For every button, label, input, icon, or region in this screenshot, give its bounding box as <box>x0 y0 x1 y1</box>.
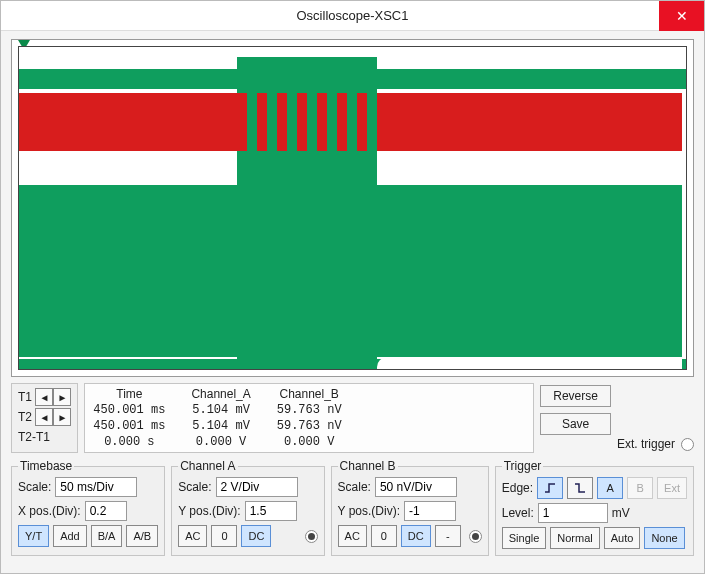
chA-legend: Channel A <box>178 459 237 473</box>
trig-src-ext[interactable]: Ext <box>657 477 687 499</box>
t2-left-button[interactable]: ◄ <box>35 408 53 426</box>
trig-none[interactable]: None <box>644 527 684 549</box>
trigger-legend: Trigger <box>502 459 544 473</box>
t2-label: T2 <box>18 410 32 424</box>
trigger-section: Trigger Edge: A B Ext Level: mV <box>495 459 694 556</box>
tdiff-time: 0.000 s <box>104 434 154 450</box>
side-buttons: Reverse Save <box>540 383 611 453</box>
tdiff-chA: 0.000 V <box>196 434 246 450</box>
waveform-gap <box>377 169 682 185</box>
waveform-gap <box>377 357 682 369</box>
t1-left-button[interactable]: ◄ <box>35 388 53 406</box>
channel-a-section: Channel A Scale: Y pos.(Div): AC 0 DC <box>171 459 324 556</box>
chA-scale-input[interactable] <box>216 477 298 497</box>
t1-label: T1 <box>18 390 32 404</box>
close-icon: ✕ <box>676 8 688 24</box>
chB-legend: Channel B <box>338 459 398 473</box>
waveform-chB <box>19 69 686 89</box>
titlebar: Oscilloscope-XSC1 ✕ <box>1 1 704 31</box>
channel-b-section: Channel B Scale: Y pos.(Div): AC 0 DC - <box>331 459 489 556</box>
scope-display[interactable] <box>11 39 694 377</box>
chA-probe-indicator[interactable] <box>305 530 318 543</box>
tb-mode-add[interactable]: Add <box>53 525 87 547</box>
chA-header: Channel_A <box>191 386 250 402</box>
tb-mode-ab[interactable]: A/B <box>126 525 158 547</box>
t-diff-label: T2-T1 <box>18 430 50 444</box>
oscilloscope-window: Oscilloscope-XSC1 ✕ T1 ◄ <box>0 0 705 574</box>
col-chB: Channel_B 59.763 nV 59.763 nV 0.000 V <box>277 386 342 450</box>
cursor-controls: T1 ◄ ► T2 ◄ ► T2-T1 <box>11 383 78 453</box>
scope-grid <box>18 46 687 370</box>
falling-edge-icon <box>574 482 586 494</box>
t1-chB: 59.763 nV <box>277 402 342 418</box>
chB-probe-indicator[interactable] <box>469 530 482 543</box>
edge-rising-button[interactable] <box>537 477 563 499</box>
level-input[interactable] <box>538 503 608 523</box>
waveform-overlap <box>237 93 377 151</box>
col-chA: Channel_A 5.104 mV 5.104 mV 0.000 V <box>191 386 250 450</box>
t2-chB: 59.763 nV <box>277 418 342 434</box>
cursor-panel-row: T1 ◄ ► T2 ◄ ► T2-T1 Time 450.001 ms 450.… <box>11 383 694 453</box>
chB-ac-button[interactable]: AC <box>338 525 367 547</box>
tb-scale-input[interactable] <box>55 477 137 497</box>
chA-scale-label: Scale: <box>178 480 211 494</box>
save-button[interactable]: Save <box>540 413 611 435</box>
chB-scale-input[interactable] <box>375 477 457 497</box>
trig-normal[interactable]: Normal <box>550 527 599 549</box>
chA-ac-button[interactable]: AC <box>178 525 207 547</box>
t1-chA: 5.104 mV <box>192 402 250 418</box>
level-label: Level: <box>502 506 534 520</box>
edge-label: Edge: <box>502 481 533 495</box>
tb-scale-label: Scale: <box>18 480 51 494</box>
chB-invert-button[interactable]: - <box>435 525 461 547</box>
trig-src-b[interactable]: B <box>627 477 653 499</box>
time-header: Time <box>116 386 142 402</box>
chB-scale-label: Scale: <box>338 480 371 494</box>
chA-zero-button[interactable]: 0 <box>211 525 237 547</box>
rising-edge-icon <box>544 482 556 494</box>
chB-ypos-label: Y pos.(Div): <box>338 504 400 518</box>
trig-auto[interactable]: Auto <box>604 527 641 549</box>
reverse-button[interactable]: Reverse <box>540 385 611 407</box>
col-time: Time 450.001 ms 450.001 ms 0.000 s <box>93 386 165 450</box>
tb-mode-ba[interactable]: B/A <box>91 525 123 547</box>
t2-right-button[interactable]: ► <box>53 408 71 426</box>
cursor-readout: Time 450.001 ms 450.001 ms 0.000 s Chann… <box>84 383 534 453</box>
chA-ypos-input[interactable] <box>245 501 297 521</box>
ext-trigger: Ext. trigger <box>617 383 694 453</box>
window-title: Oscilloscope-XSC1 <box>297 8 409 23</box>
edge-falling-button[interactable] <box>567 477 593 499</box>
chB-dc-button[interactable]: DC <box>401 525 431 547</box>
tb-xpos-input[interactable] <box>85 501 127 521</box>
ext-trigger-label: Ext. trigger <box>617 437 675 451</box>
level-unit: mV <box>612 506 630 520</box>
close-button[interactable]: ✕ <box>659 1 704 31</box>
chA-ypos-label: Y pos.(Div): <box>178 504 240 518</box>
content: T1 ◄ ► T2 ◄ ► T2-T1 Time 450.001 ms 450.… <box>1 31 704 573</box>
t2-time: 450.001 ms <box>93 418 165 434</box>
tb-xpos-label: X pos.(Div): <box>18 504 81 518</box>
chB-zero-button[interactable]: 0 <box>371 525 397 547</box>
chB-header: Channel_B <box>279 386 338 402</box>
trig-src-a[interactable]: A <box>597 477 623 499</box>
chA-dc-button[interactable]: DC <box>241 525 271 547</box>
timebase-legend: Timebase <box>18 459 74 473</box>
tdiff-chB: 0.000 V <box>284 434 334 450</box>
trig-single[interactable]: Single <box>502 527 547 549</box>
chB-ypos-input[interactable] <box>404 501 456 521</box>
t1-time: 450.001 ms <box>93 402 165 418</box>
settings-row: Timebase Scale: X pos.(Div): Y/T Add B/A… <box>11 459 694 556</box>
t1-right-button[interactable]: ► <box>53 388 71 406</box>
t2-chA: 5.104 mV <box>192 418 250 434</box>
tb-mode-yt[interactable]: Y/T <box>18 525 49 547</box>
timebase-section: Timebase Scale: X pos.(Div): Y/T Add B/A… <box>11 459 165 556</box>
ext-trigger-indicator[interactable] <box>681 438 694 451</box>
